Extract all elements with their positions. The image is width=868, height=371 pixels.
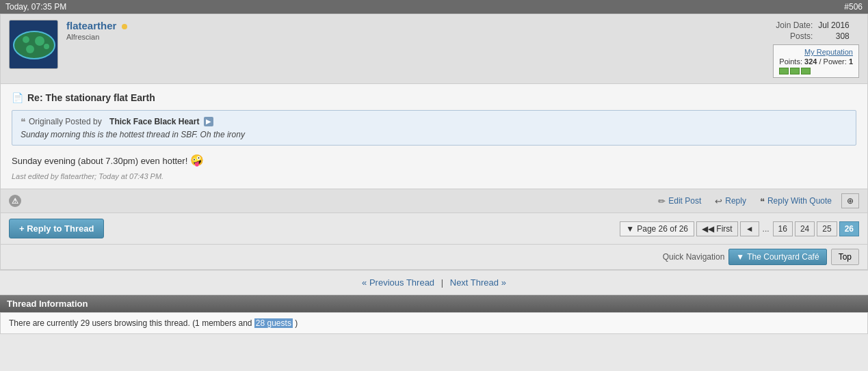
thread-info-text: There are currently 29 users browsing th… (9, 318, 252, 328)
reply-button[interactable]: ↩ Reply (711, 194, 750, 208)
edit-icon: ✏ (658, 196, 666, 206)
thread-info-title: Thread Information (7, 299, 88, 309)
courtyard-button[interactable]: ▼ The Courtyard Café (728, 249, 826, 265)
post-container: flatearther Alfrescian Join Date: Jul 20… (0, 14, 868, 271)
join-date-label: Join Date: (773, 20, 815, 31)
prev-page-button[interactable]: ◄ (740, 221, 759, 236)
quote-header: ❝ Originally Posted by Thick Face Black … (21, 116, 847, 127)
reply-with-quote-button[interactable]: ❝ Reply With Quote (756, 194, 836, 208)
post-actions: ⚠ ✏ Edit Post ↩ Reply ❝ Reply With Quote… (1, 189, 867, 213)
post-title: 📄 Re: The stationary flat Earth (12, 92, 856, 103)
thread-nav-separator: | (441, 277, 443, 288)
dropdown-icon[interactable]: ▼ (626, 224, 634, 234)
post-header: flatearther Alfrescian Join Date: Jul 20… (1, 14, 867, 84)
page-info: ▼ Page 26 of 26 (620, 221, 694, 236)
prev-thread-link[interactable]: « Previous Thread (362, 277, 437, 288)
edit-post-button[interactable]: ✏ Edit Post (654, 194, 705, 208)
quote-prefix: Originally Posted by (29, 117, 102, 126)
timestamp: Today, 07:35 PM (5, 2, 66, 12)
quote-block: ❝ Originally Posted by Thick Face Black … (12, 110, 856, 146)
thread-info-section: Thread Information There are currently 2… (0, 295, 868, 334)
reputation-box: My Reputation Points: 324 / Power: 1 (773, 44, 859, 78)
post-body: 📄 Re: The stationary flat Earth ❝ Origin… (1, 84, 867, 189)
top-btn-label: Top (839, 252, 852, 262)
first-page-button[interactable]: ◀◀ First (696, 221, 738, 236)
quick-nav-bar: Quick Navigation ▼ The Courtyard Café To… (1, 245, 867, 270)
prev-btn-label: ◄ (746, 224, 754, 234)
report-icon[interactable]: ⚠ (9, 195, 21, 207)
post-emoji: 🤪 (190, 154, 204, 166)
user-meta: Join Date: Jul 2016 Posts: 308 My Reputa… (773, 20, 859, 78)
reply-quote-btn-label: Reply With Quote (767, 196, 832, 206)
reply-quote-icon: ❝ (760, 196, 765, 206)
reputation-title[interactable]: My Reputation (804, 48, 853, 56)
page-16-button[interactable]: 16 (773, 221, 793, 236)
top-bar: Today, 07:35 PM #506 (0, 0, 868, 14)
time-label: 07:35 PM (31, 2, 66, 12)
avatar (9, 20, 58, 69)
rep-bars (779, 68, 853, 74)
user-info: flatearther Alfrescian (66, 20, 765, 41)
reply-icon: ↩ (715, 196, 722, 206)
dropdown-arrow-icon: ▼ (736, 252, 744, 262)
edit-btn-label: Edit Post (668, 196, 701, 206)
rep-power-label: / Power: (819, 57, 846, 66)
svg-point-5 (44, 44, 49, 49)
action-right: ✏ Edit Post ↩ Reply ❝ Reply With Quote ⊕ (654, 193, 859, 208)
join-date-value: Jul 2016 (815, 20, 852, 31)
reply-btn-label: Reply (725, 196, 746, 206)
online-indicator (122, 24, 127, 29)
user-title: Alfrescian (66, 33, 765, 41)
quote-icon: ❝ (21, 116, 26, 127)
rep-bar-3 (801, 68, 811, 74)
thread-info-header: Thread Information (0, 295, 868, 312)
thread-nav: « Previous Thread | Next Thread » (0, 271, 868, 295)
page-24-button[interactable]: 24 (795, 221, 815, 236)
post-content-text: Sunday evening (about 7.30pm) even hotte… (12, 156, 187, 166)
post-edit-note: Last edited by flatearther; Today at 07:… (12, 172, 856, 180)
page-label: Page 26 of 26 (637, 224, 688, 234)
bottom-bar: + Reply to Thread ▼ Page 26 of 26 ◀◀ Fir… (1, 213, 867, 245)
page-26-button[interactable]: 26 (839, 221, 859, 236)
quote-link[interactable]: ▶ (204, 117, 213, 126)
courtyard-btn-label: The Courtyard Café (747, 252, 819, 262)
rep-bar-1 (779, 68, 789, 74)
post-number: #506 (844, 2, 863, 12)
thread-info-body: There are currently 29 users browsing th… (0, 312, 868, 334)
rep-bar-2 (790, 68, 800, 74)
date-label: Today, (5, 2, 29, 12)
rep-power-value: 1 (849, 57, 853, 66)
reply-to-thread-label: + Reply to Thread (19, 223, 94, 234)
svg-point-3 (23, 36, 29, 43)
quote-author[interactable]: Thick Face Black Heart (109, 117, 199, 126)
post-content: Sunday evening (about 7.30pm) even hotte… (12, 154, 856, 167)
next-thread-label: Next Thread » (450, 277, 506, 288)
svg-point-6 (26, 45, 34, 53)
post-icon: 📄 (12, 92, 23, 103)
page-dots: ... (761, 222, 771, 236)
next-thread-link[interactable]: Next Thread » (450, 277, 506, 288)
quote-text: Sunday morning this is the hottest threa… (21, 130, 847, 139)
reply-to-thread-button[interactable]: + Reply to Thread (9, 219, 104, 238)
rep-points-value: 324 (804, 57, 817, 66)
username[interactable]: flatearther (66, 20, 116, 31)
post-title-text: Re: The stationary flat Earth (27, 92, 155, 103)
posts-label: Posts: (773, 31, 815, 42)
multipost-button[interactable]: ⊕ (841, 193, 859, 208)
page-25-button[interactable]: 25 (817, 221, 837, 236)
svg-point-4 (35, 36, 44, 46)
thread-info-end: ) (295, 318, 298, 328)
prev-thread-label: « Previous Thread (362, 277, 434, 288)
guests-highlighted: 28 guests (254, 318, 293, 328)
rep-points-label: Points: (779, 57, 802, 66)
top-button[interactable]: Top (831, 249, 859, 265)
first-icon: ◀◀ (702, 224, 714, 234)
posts-value: 308 (815, 31, 852, 42)
action-left: ⚠ (9, 195, 21, 207)
first-btn-label: First (716, 224, 732, 234)
pagination: ▼ Page 26 of 26 ◀◀ First ◄ ... 16 24 25 … (620, 221, 859, 236)
quick-nav-label: Quick Navigation (663, 252, 725, 262)
